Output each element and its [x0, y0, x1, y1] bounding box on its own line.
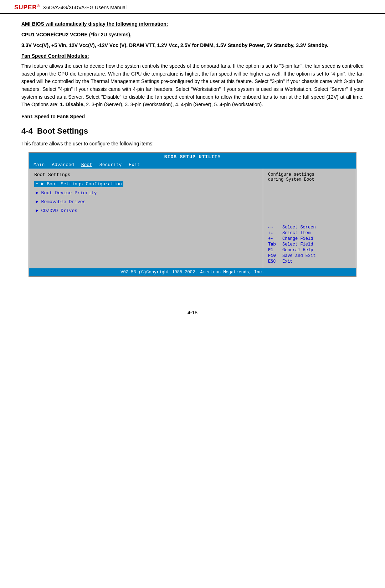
bios-menu-boot[interactable]: Boot	[81, 162, 92, 167]
bios-item-cddvd-drives[interactable]: ► CD/DVD Drives	[34, 208, 79, 214]
bios-key-f10-code: F10	[268, 253, 282, 258]
bios-item-row-1[interactable]: ► Boot Device Priority	[34, 190, 258, 197]
bios-item-row-3[interactable]: ► CD/DVD Drives	[34, 208, 258, 215]
bios-menu-advanced[interactable]: Advanced	[52, 162, 74, 167]
bios-help-line1: Configure settings	[268, 172, 314, 177]
brand-super: SUPER	[14, 4, 37, 11]
brand-reg: ®	[37, 4, 40, 8]
page-container: SUPER® X6DVA-4G/X6DVA-EG User's Manual A…	[0, 0, 385, 588]
bios-selected-row[interactable]: • ► Boot Settings Configuration	[34, 181, 258, 189]
bios-menu-exit[interactable]: Exit	[129, 162, 140, 167]
bios-left-panel: Boot Settings • ► Boot Settings Configur…	[29, 169, 263, 268]
bios-key-tab-code: Tab	[268, 242, 282, 247]
fan1-section: Fan1 Speed to Fan6 Speed	[21, 114, 364, 119]
bios-key-f1-code: F1	[268, 248, 282, 253]
ami-section: AMI BIOS will automatically display the …	[21, 21, 364, 27]
bios-key-pm-desc: Change Field	[282, 236, 313, 241]
bios-key-tab-desc: Select Field	[282, 242, 313, 247]
options-rest: 2. 3-pin (Server), 3. 3-pin (Workstation…	[84, 102, 263, 107]
bios-key-row-ud: ↑↓ Select Item	[268, 231, 351, 236]
voltage-line: 3.3V Vcc(V), +5 Vin, 12V Vcc(V), -12V Vc…	[21, 42, 364, 48]
bios-help-line2: during System Boot	[268, 177, 314, 182]
bios-item-row-2[interactable]: ► Removable Drives	[34, 199, 258, 206]
bios-key-row-tab: Tab Select Field	[268, 242, 351, 247]
bios-key-pm-code: +-	[268, 236, 282, 241]
bios-key-esc-desc: Exit	[282, 259, 293, 264]
bios-key-row-pm: +- Change Field	[268, 236, 351, 241]
boot-settings-section: 4-4 Boot Settings This feature allows th…	[21, 127, 364, 146]
bios-selected-item[interactable]: • ► Boot Settings Configuration	[34, 181, 123, 187]
ami-heading: AMI BIOS will automatically display the …	[21, 21, 364, 27]
bios-title: BIOS SETUP UTILITY	[164, 154, 221, 160]
bios-key-row-lr: ←→ Select Screen	[268, 225, 351, 230]
bios-right-panel: Configure settings during System Boot ←→…	[263, 169, 356, 268]
bios-keys-section: ←→ Select Screen ↑↓ Select Item +- Chang…	[268, 225, 351, 265]
cpu-section: CPU1 VCORE/CPU2 VCORE (*for 2U systems),	[21, 32, 364, 37]
bios-section-label: Boot Settings	[34, 172, 258, 177]
intro-text: This feature allows the user to configur…	[21, 141, 364, 146]
bios-key-f1-desc: General Help	[282, 248, 313, 253]
fan-section: Fan Speed Control Modules: This feature …	[21, 53, 364, 109]
bios-key-lr-code: ←→	[268, 225, 282, 230]
section-title: Boot Settings	[37, 127, 88, 135]
cpu-line: CPU1 VCORE/CPU2 VCORE (*for 2U systems),	[21, 32, 364, 37]
bios-key-row-esc: ESC Exit	[268, 259, 351, 264]
voltage-section: 3.3V Vcc(V), +5 Vin, 12V Vcc(V), -12V Vc…	[21, 42, 364, 48]
bios-footer: V0Z-53 (C)Copyright 1985-2002, American …	[29, 268, 356, 276]
bios-key-f10-desc: Save and Exit	[282, 253, 316, 258]
bios-key-row-f10: F10 Save and Exit	[268, 253, 351, 258]
fan1-speed-label: Fan1 Speed to Fan6 Speed	[21, 114, 364, 119]
bios-item-removable-drives[interactable]: ► Removable Drives	[34, 199, 87, 205]
fan-paragraph: This feature allows the user to decide h…	[21, 62, 364, 109]
bios-key-ud-desc: Select Item	[282, 231, 310, 236]
page-header: SUPER® X6DVA-4G/X6DVA-EG User's Manual	[0, 0, 385, 14]
bios-key-esc-code: ESC	[268, 259, 282, 264]
bios-help-text: Configure settings during System Boot	[268, 172, 351, 182]
page-footer: 4-18	[0, 306, 385, 323]
bios-key-ud-code: ↑↓	[268, 231, 282, 236]
header-title: X6DVA-4G/X6DVA-EG User's Manual	[43, 5, 127, 10]
bios-key-lr-desc: Select Screen	[282, 225, 316, 230]
fan-heading: Fan Speed Control Modules:	[21, 53, 364, 59]
footer-divider	[14, 295, 371, 295]
bios-key-row-f1: F1 General Help	[268, 248, 351, 253]
section-heading: 4-4 Boot Settings	[21, 127, 364, 136]
bios-item-boot-device-priority[interactable]: ► Boot Device Priority	[34, 190, 98, 196]
section-number: 4-4	[21, 127, 33, 135]
page-number: 4-18	[188, 310, 197, 315]
bios-menu-bar[interactable]: Main Advanced Boot Security Exit	[29, 161, 356, 169]
bios-body: Boot Settings • ► Boot Settings Configur…	[29, 169, 356, 268]
main-content: AMI BIOS will automatically display the …	[0, 14, 385, 295]
fan-paragraph-text: This feature allows the user to decide h…	[21, 63, 364, 107]
options-bold: 1. Disable,	[60, 102, 84, 107]
brand: SUPER®	[14, 4, 40, 11]
bios-footer-text: V0Z-53 (C)Copyright 1985-2002, American …	[120, 270, 264, 275]
bios-menu-security[interactable]: Security	[99, 162, 122, 167]
bios-title-bar: BIOS SETUP UTILITY	[29, 153, 356, 161]
bios-screenshot: BIOS SETUP UTILITY Main Advanced Boot Se…	[29, 152, 356, 277]
bios-menu-main[interactable]: Main	[34, 162, 45, 167]
